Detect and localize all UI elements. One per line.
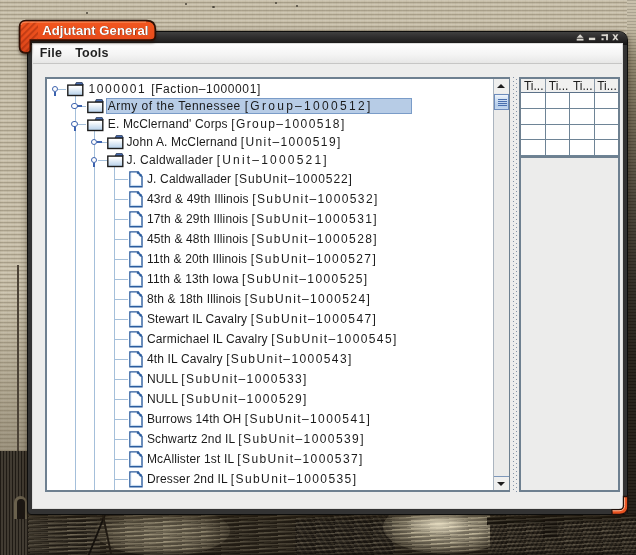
svg-text:Adjutant General: Adjutant General: [42, 23, 148, 38]
